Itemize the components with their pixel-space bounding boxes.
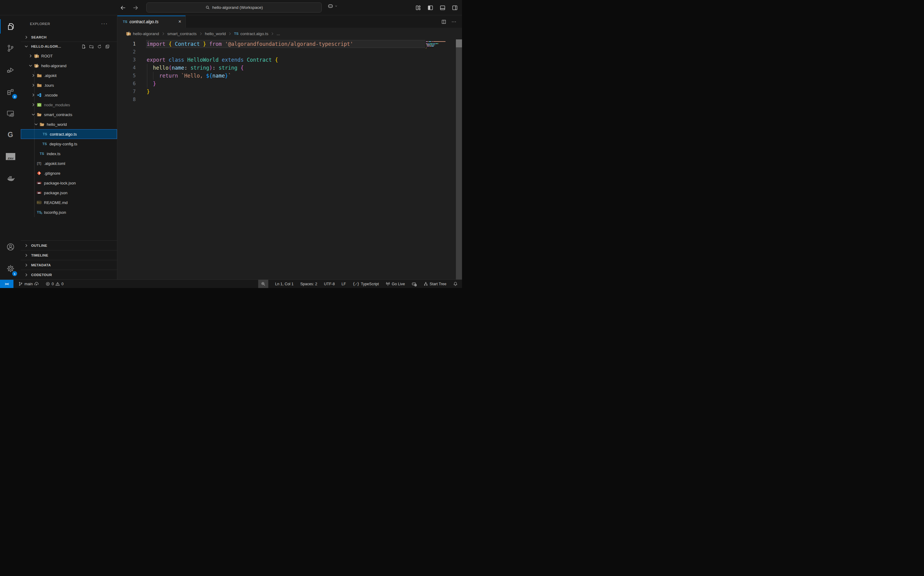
- tree-item-.vscode[interactable]: .vscode: [21, 90, 117, 100]
- section-workspace[interactable]: HELLO-ALGOR...: [21, 42, 117, 51]
- section-label: CODETOUR: [31, 273, 52, 277]
- tree-item-smart_contracts[interactable]: smart_contracts: [21, 110, 117, 119]
- toggle-primary-sidebar-icon[interactable]: [428, 5, 433, 11]
- code-line-7: 7}: [117, 88, 462, 96]
- status-start-tree[interactable]: Start Tree: [423, 282, 447, 286]
- status-text: Start Tree: [429, 282, 447, 286]
- tree-item-hello_world[interactable]: hello_world: [21, 119, 117, 129]
- minimap[interactable]: [426, 41, 448, 50]
- section-timeline[interactable]: TIMELINE: [21, 250, 117, 260]
- status-left-items: main00: [18, 282, 64, 286]
- activity-remote-explorer[interactable]: [0, 102, 21, 124]
- braces-icon: {̷}: [352, 282, 359, 286]
- new-folder-icon[interactable]: [89, 44, 94, 49]
- status-git-branch[interactable]: main: [18, 282, 39, 286]
- status-language-mode[interactable]: {̷}TypeScript: [352, 282, 379, 286]
- back-icon[interactable]: [120, 5, 126, 11]
- activity-docker[interactable]: [0, 167, 21, 189]
- status-go-live[interactable]: Go Live: [386, 282, 405, 286]
- tree-item-README.md[interactable]: README.md: [21, 198, 117, 207]
- activity-extensions[interactable]: 3: [0, 81, 21, 102]
- line-number: 1: [117, 40, 147, 48]
- line-number: 6: [117, 80, 147, 88]
- tree-item-.gitignore[interactable]: .gitignore: [21, 168, 117, 178]
- remote-indicator[interactable]: ><: [0, 280, 13, 288]
- status-encoding[interactable]: UTF-8: [324, 282, 335, 286]
- breadcrumb-separator-icon: [161, 32, 165, 36]
- tree-item-contract.algo.ts[interactable]: TScontract.algo.ts: [21, 129, 117, 139]
- status-zoom-level[interactable]: [258, 280, 268, 288]
- breadcrumb-...[interactable]: ...: [277, 32, 280, 36]
- folder-icon: [36, 83, 42, 88]
- collapse-all-icon[interactable]: [105, 44, 110, 49]
- command-center-search[interactable]: hello-algorand (Workspace): [146, 2, 322, 13]
- tree-item-ROOT[interactable]: ROOT: [21, 51, 117, 61]
- status-copilot-status[interactable]: [412, 281, 417, 286]
- tree-item-node_modules[interactable]: node_modules: [21, 100, 117, 110]
- toggle-panel-icon[interactable]: [440, 5, 445, 11]
- activity-dotenv[interactable]: .ENV: [0, 146, 21, 167]
- close-icon[interactable]: ×: [177, 19, 183, 24]
- status-eol-sequence[interactable]: LF: [342, 282, 346, 286]
- tree-item-.tours[interactable]: .tours: [21, 80, 117, 90]
- code-lines: 1import { Contract } from '@algorandfoun…: [117, 40, 462, 104]
- tree-item-.algokit.toml[interactable]: [T].algokit.toml: [21, 158, 117, 168]
- toggle-secondary-sidebar-icon[interactable]: [452, 5, 458, 11]
- refresh-icon[interactable]: [97, 44, 102, 49]
- status-text: Ln 1, Col 1: [275, 282, 293, 286]
- section-codetour[interactable]: CODETOUR: [21, 270, 117, 280]
- chevron-right-icon: [30, 83, 36, 87]
- tree-item-label: deploy-config.ts: [50, 142, 77, 146]
- section-search[interactable]: SEARCH: [21, 33, 117, 42]
- breadcrumb-separator-icon: [199, 32, 203, 36]
- breadcrumb-separator-icon: [271, 32, 274, 36]
- forward-icon[interactable]: [133, 5, 138, 11]
- tree-item-tsconfig.json[interactable]: TStsconfig.json: [21, 207, 117, 217]
- views-more-actions-icon[interactable]: ···: [101, 21, 108, 27]
- activity-explorer[interactable]: [0, 16, 21, 37]
- tree-item-package-lock.json[interactable]: npmpackage-lock.json: [21, 178, 117, 188]
- status-text: LF: [342, 282, 346, 286]
- status-cursor-position[interactable]: Ln 1, Col 1: [275, 282, 293, 286]
- code-editor[interactable]: 1import { Contract } from '@algorandfoun…: [117, 39, 462, 280]
- status-notifications[interactable]: [453, 282, 458, 286]
- section-search-label: SEARCH: [31, 35, 46, 39]
- breadcrumb-smart_contracts[interactable]: smart_contracts: [167, 32, 197, 36]
- tree-item-label: smart_contracts: [44, 112, 72, 117]
- line-number: 5: [117, 72, 147, 80]
- tab-bar: TS contract.algo.ts ×: [117, 16, 462, 28]
- vscode-folder-icon: [36, 93, 42, 98]
- more-actions-icon[interactable]: [451, 19, 456, 24]
- tab-contract-algo-ts[interactable]: TS contract.algo.ts ×: [117, 16, 186, 28]
- breadcrumb-hello-algorand[interactable]: hello-algorand: [126, 31, 159, 36]
- activity-run-and-debug[interactable]: [0, 59, 21, 81]
- status-text: 0: [61, 282, 64, 286]
- split-editor-icon[interactable]: [441, 19, 447, 24]
- tree-item-package.json[interactable]: npmpackage.json: [21, 188, 117, 198]
- section-metadata[interactable]: METADATA: [21, 260, 117, 270]
- tree-item-.algokit[interactable]: .algokit: [21, 70, 117, 80]
- chevron-down-icon: [30, 112, 36, 117]
- tree-item-label: .tours: [44, 83, 54, 88]
- tree-item-label: hello-algorand: [41, 64, 66, 68]
- activity-source-control[interactable]: [0, 37, 21, 59]
- tree-item-hello-algorand[interactable]: hello-algorand: [21, 61, 117, 70]
- layout-controls: [415, 0, 458, 15]
- customize-layout-icon[interactable]: [415, 5, 421, 11]
- activity-settings[interactable]: 1: [0, 258, 21, 280]
- root-folder-open-icon: [33, 63, 39, 69]
- markdown-icon: [36, 200, 42, 205]
- vertical-scrollbar[interactable]: [456, 39, 462, 280]
- status-indentation[interactable]: Spaces: 2: [300, 282, 317, 286]
- activity-gitlens[interactable]: G: [0, 124, 21, 146]
- status-problems[interactable]: 00: [45, 282, 64, 286]
- new-file-icon[interactable]: [81, 44, 86, 49]
- activity-accounts[interactable]: [0, 236, 21, 258]
- tree-item-deploy-config.ts[interactable]: TSdeploy-config.ts: [21, 139, 117, 149]
- breadcrumb-hello_world[interactable]: hello_world: [205, 32, 226, 36]
- badge: 3: [12, 94, 17, 99]
- breadcrumb-contract.algo.ts[interactable]: TScontract.algo.ts: [234, 32, 268, 36]
- tree-item-index.ts[interactable]: TSindex.ts: [21, 149, 117, 158]
- copilot-menu[interactable]: [328, 3, 338, 9]
- section-outline[interactable]: OUTLINE: [21, 240, 117, 250]
